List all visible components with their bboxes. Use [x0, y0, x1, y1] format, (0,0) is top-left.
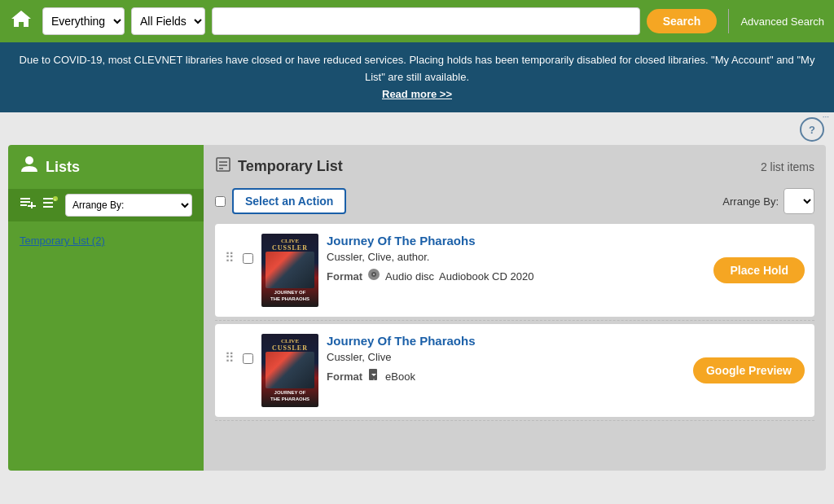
cover-series-2: CLIVE — [261, 338, 318, 344]
list-icon — [215, 156, 231, 177]
list-title-area: Temporary List — [215, 156, 343, 177]
place-hold-button-1[interactable]: Place Hold — [713, 257, 805, 283]
book-info-1: Journey Of The Pharaohs Cussler, Clive, … — [327, 234, 705, 284]
arrange-label: Arrange By: — [722, 195, 779, 208]
book-action-1: Place Hold — [713, 257, 805, 283]
svg-rect-2 — [20, 201, 30, 203]
manage-lists-button[interactable]: + — [42, 195, 59, 216]
book-cover-1: CLIVE CUSSLER JOURNEY OFTHE PHARAOHS — [261, 234, 318, 307]
cover-title-2: JOURNEY OFTHE PHARAOHS — [261, 390, 318, 403]
format-label-1: Format — [327, 270, 362, 283]
book-author-2: Cussler, Clive — [327, 351, 685, 363]
book-title-2[interactable]: Journey Of The Pharaohs — [327, 334, 685, 348]
book-format-2: Format eBook — [327, 368, 685, 384]
list-count: 2 list items — [761, 160, 814, 173]
sidebar-item-temporary-list[interactable]: Temporary List (2) — [8, 230, 204, 252]
svg-rect-6 — [43, 198, 53, 199]
sidebar-arrange-select[interactable]: Arrange By: — [65, 194, 192, 217]
sidebar-toolbar: + Arrange By: — [8, 189, 204, 221]
home-button[interactable] — [10, 7, 33, 35]
book-author-1: Cussler, Clive, author. — [327, 251, 705, 263]
field-select[interactable]: All Fields Title Author Subject ISBN — [131, 7, 205, 35]
google-preview-button[interactable]: Google Preview — [693, 357, 805, 383]
svg-rect-8 — [43, 206, 53, 208]
book-item: ⠿ CLIVE CUSSLER JOURNEY OFTHE PHARAOHS J… — [215, 224, 814, 317]
add-list-button[interactable] — [20, 195, 36, 216]
covid-message: Due to COVID-19, most CLEVNET libraries … — [20, 54, 815, 83]
book-title-1[interactable]: Journey Of The Pharaohs — [327, 234, 705, 248]
cover-series-1: CLIVE — [261, 238, 318, 244]
arrange-area: Arrange By: — [722, 188, 814, 214]
svg-point-0 — [25, 156, 33, 164]
svg-point-17 — [373, 274, 375, 275]
book-checkbox-2[interactable] — [243, 353, 253, 364]
audio-disc-icon — [367, 268, 380, 284]
format-text-1: Audio disc — [385, 270, 434, 283]
sidebar-header: Lists — [8, 145, 204, 189]
select-action-button[interactable]: Select an Action — [232, 188, 346, 214]
book-action-2: Google Preview — [693, 357, 805, 383]
book-cover-2: CLIVE CUSSLER JOURNEY OFTHE PHARAOHS — [261, 334, 318, 407]
format-label-2: Format — [327, 370, 362, 383]
svg-rect-5 — [28, 205, 36, 207]
cover-title-1: JOURNEY OFTHE PHARAOHS — [261, 290, 318, 303]
content-panel: Temporary List 2 list items Select an Ac… — [204, 145, 826, 471]
main-layout: Lists + — [8, 145, 826, 471]
separator-1 — [215, 320, 814, 321]
content-arrange-select[interactable] — [784, 188, 814, 214]
action-bar: Select an Action Arrange By: — [215, 188, 814, 214]
help-area: ? ··· — [0, 112, 834, 145]
format-text-2: eBook — [385, 370, 415, 383]
book-info-2: Journey Of The Pharaohs Cussler, Clive F… — [327, 334, 685, 384]
cover-artwork-2 — [266, 352, 314, 388]
list-header: Temporary List 2 list items — [215, 156, 814, 177]
sidebar-person-icon — [20, 155, 39, 179]
ebook-icon — [367, 368, 380, 384]
scope-select[interactable]: Everything Catalog Articles Website — [42, 7, 125, 35]
format-extra-1: Audiobook CD 2020 — [439, 270, 533, 283]
svg-rect-1 — [20, 198, 30, 199]
help-icon[interactable]: ? ··· — [800, 117, 824, 142]
list-title: Temporary List — [238, 158, 343, 175]
search-button[interactable]: Search — [647, 9, 718, 33]
action-bar-left: Select an Action — [215, 188, 346, 214]
drag-handle-2[interactable]: ⠿ — [225, 350, 235, 366]
header-divider — [728, 9, 729, 33]
svg-rect-7 — [43, 202, 53, 204]
book-checkbox-1[interactable] — [243, 253, 253, 264]
covid-banner: Due to COVID-19, most CLEVNET libraries … — [0, 42, 834, 112]
search-input[interactable] — [212, 7, 640, 35]
svg-rect-3 — [20, 204, 27, 206]
book-item-2: ⠿ CLIVE CUSSLER JOURNEY OFTHE PHARAOHS J… — [215, 324, 814, 417]
advanced-search-link[interactable]: Advanced Search — [740, 15, 824, 28]
book-format-1: Format Audio disc Audiobook CD 2020 — [327, 268, 705, 284]
read-more-link[interactable]: Read more >> — [382, 88, 452, 100]
cover-author-2: CUSSLER — [261, 344, 318, 352]
header: Everything Catalog Articles Website All … — [0, 0, 834, 42]
svg-text:+: + — [54, 197, 56, 202]
select-all-checkbox[interactable] — [215, 196, 226, 207]
sidebar-title: Lists — [46, 159, 80, 176]
sidebar-list: Temporary List (2) — [8, 221, 204, 260]
cover-artwork-1 — [266, 252, 314, 288]
sidebar: Lists + — [8, 145, 204, 471]
drag-handle-1[interactable]: ⠿ — [225, 250, 235, 265]
cover-author-1: CUSSLER — [261, 244, 318, 252]
separator-2 — [215, 420, 814, 421]
